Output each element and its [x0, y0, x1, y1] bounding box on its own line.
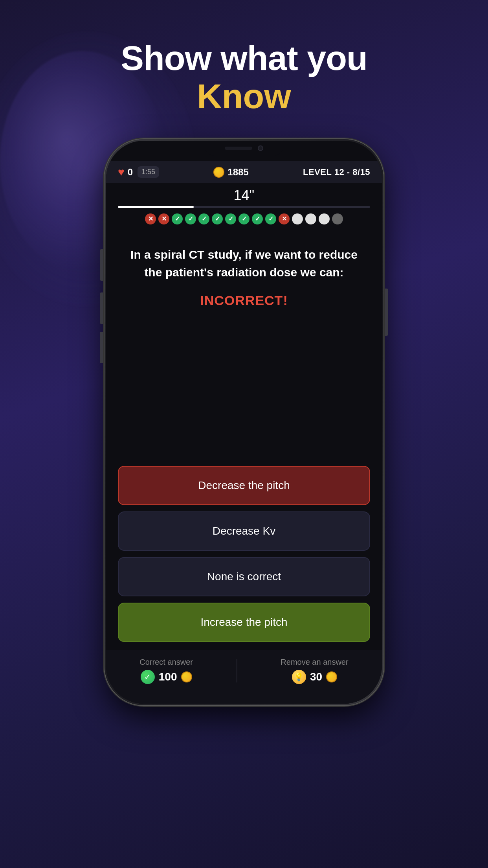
correct-answer-coin-icon	[181, 671, 192, 682]
bottom-actions: Correct answer ✓ 100 Remove an answer 💡 …	[106, 650, 382, 704]
progress-dot-11: ✕	[279, 213, 290, 224]
checkmark-icon: ✓	[141, 670, 155, 684]
header-line2: Know	[121, 77, 367, 116]
progress-dot-5: ✓	[198, 213, 209, 224]
remove-answer-coin-icon	[326, 671, 337, 682]
progress-dots: ✕ ✕ ✓ ✓ ✓ ✓ ✓ ✓ ✓ ✓ ✕	[106, 208, 382, 230]
coins-section: 1885	[213, 167, 248, 178]
result-label: INCORRECT!	[200, 293, 288, 308]
progress-dot-3: ✓	[172, 213, 183, 224]
progress-dot-13	[305, 213, 316, 224]
phone-wrapper: ♥ 0 1:55 1885 LEVEL 12 - 8/15 14" ✕	[105, 139, 383, 705]
progress-dot-2: ✕	[158, 213, 169, 224]
coin-icon	[213, 167, 224, 178]
progress-dot-4: ✓	[185, 213, 196, 224]
notch-speaker	[225, 147, 252, 150]
remove-answer-action[interactable]: Remove an answer 💡 30	[281, 658, 348, 684]
app-header: Show what you Know	[121, 39, 367, 116]
question-area: In a spiral CT study, if we want to redu…	[106, 230, 382, 458]
progress-dot-15	[332, 213, 343, 224]
answer-button-3[interactable]: None is correct	[118, 557, 370, 596]
progress-dot-14	[319, 213, 330, 224]
progress-dot-7: ✓	[225, 213, 236, 224]
answers-section: Decrease the pitch Decrease Kv None is c…	[106, 458, 382, 650]
remove-answer-row: 💡 30	[292, 670, 337, 684]
answer-button-2[interactable]: Decrease Kv	[118, 511, 370, 551]
heart-icon: ♥	[118, 166, 125, 178]
phone-notch	[205, 141, 283, 156]
health-timer: 1:55	[138, 166, 159, 178]
progress-dot-6: ✓	[212, 213, 223, 224]
health-section: ♥ 0 1:55	[118, 166, 159, 178]
remove-answer-cost: 30	[310, 671, 322, 683]
question-timer: 14"	[118, 187, 370, 204]
progress-dot-10: ✓	[265, 213, 276, 224]
question-text: In a spiral CT study, if we want to redu…	[126, 246, 362, 281]
notch-camera	[258, 145, 263, 151]
health-count: 0	[128, 167, 133, 178]
level-info: LEVEL 12 - 8/15	[303, 167, 370, 177]
correct-answer-cost: 100	[159, 671, 177, 683]
correct-answer-row: ✓ 100	[141, 670, 192, 684]
bulb-icon: 💡	[292, 670, 306, 684]
header-line1: Show what you	[121, 39, 367, 77]
phone-screen: ♥ 0 1:55 1885 LEVEL 12 - 8/15 14" ✕	[106, 141, 382, 704]
correct-answer-label: Correct answer	[139, 658, 193, 667]
actions-divider	[237, 659, 237, 682]
correct-answer-action[interactable]: Correct answer ✓ 100	[139, 658, 193, 684]
phone-frame: ♥ 0 1:55 1885 LEVEL 12 - 8/15 14" ✕	[105, 139, 383, 705]
progress-dot-8: ✓	[238, 213, 250, 224]
progress-dot-9: ✓	[252, 213, 263, 224]
game-header: ♥ 0 1:55 1885 LEVEL 12 - 8/15	[106, 161, 382, 183]
remove-answer-label: Remove an answer	[281, 658, 348, 667]
progress-dot-1: ✕	[145, 213, 156, 224]
answer-button-4[interactable]: Increase the pitch	[118, 603, 370, 642]
timer-section: 14"	[106, 183, 382, 208]
coins-count: 1885	[227, 167, 248, 178]
progress-dot-12	[292, 213, 303, 224]
answer-button-1[interactable]: Decrease the pitch	[118, 466, 370, 505]
